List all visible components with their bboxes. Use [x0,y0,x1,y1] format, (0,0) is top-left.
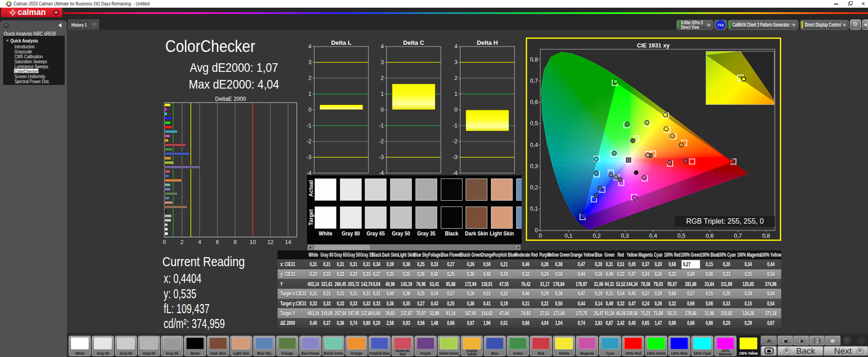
svg-text:0,4: 0,4 [649,233,657,239]
svg-text:0,8: 0,8 [762,233,770,239]
svg-text:0,6: 0,6 [530,99,538,105]
svg-text:0,3: 0,3 [621,233,629,239]
svg-text:0,8: 0,8 [530,56,538,63]
svg-text:0,6: 0,6 [706,233,713,239]
svg-text:0: 0 [535,227,538,234]
svg-text:0,1: 0,1 [565,233,572,239]
svg-text:0,7: 0,7 [530,78,538,84]
svg-text:0,1: 0,1 [530,206,538,212]
svg-text:0,3: 0,3 [530,163,538,169]
svg-text:0,2: 0,2 [530,184,538,191]
svg-text:0,5: 0,5 [678,233,685,239]
svg-text:0,2: 0,2 [593,233,600,239]
svg-text:0,5: 0,5 [530,120,538,127]
svg-text:0: 0 [539,233,542,239]
svg-text:0,7: 0,7 [734,233,742,239]
svg-text:0,4: 0,4 [530,142,538,148]
